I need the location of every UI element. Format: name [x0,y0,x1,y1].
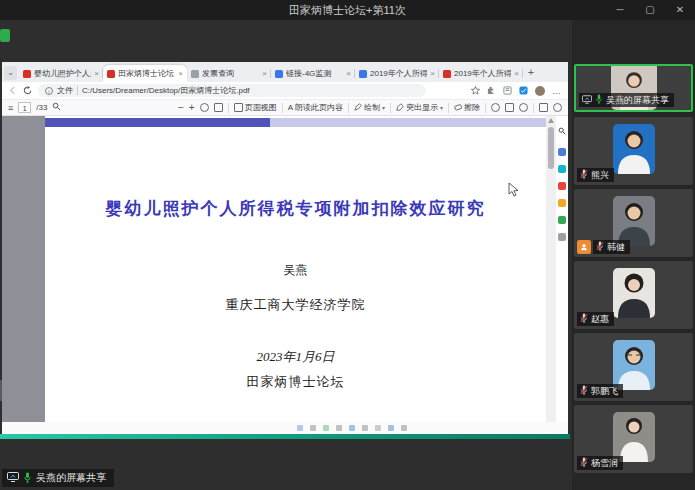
address-path: C:/Users/Dreamer/Desktop/田家炳博士论坛.pdf [82,85,250,96]
highlight-button[interactable]: 突出显示 ▾ [396,102,443,113]
tab-label: 田家炳博士论坛.pdf [118,68,175,79]
refresh-icon[interactable] [23,86,32,95]
screen-share-icon [582,95,592,106]
extensions-puzzle-icon[interactable] [487,86,496,95]
meeting-window: 田家炳博士论坛+第11次 ─ ▢ ✕ ≡ ⌄ 婴幼儿照护个人所得税专… × 田家… [0,0,695,490]
tab-search-button[interactable]: ⌄ [4,66,17,80]
tab-4[interactable]: 链接-4G监测 × [271,65,355,82]
page-number-input[interactable]: 1 [18,102,31,113]
print-icon[interactable] [505,103,514,112]
taskbar-app-icon[interactable] [323,425,329,431]
tab-close-icon[interactable]: × [262,69,267,78]
web-favicon [359,70,367,78]
taskbar-app-icon[interactable] [362,425,368,431]
window-titlebar: 田家炳博士论坛+第11次 ─ ▢ ✕ [0,0,695,20]
rotate-icon[interactable] [200,103,209,112]
save-icon[interactable] [491,103,500,112]
profile-avatar[interactable] [535,86,545,96]
tab-close-icon[interactable]: × [178,69,183,78]
participant-tile-sharing[interactable]: 吴燕的屏幕共享 [574,64,693,112]
web-favicon [275,70,283,78]
toolbar-divider [448,103,449,113]
tool-label: 页面视图 [245,102,277,113]
pdf-toolbar: ≡ 1 /33 − + 页面视图 A 朗读此页内容 [2,100,568,116]
tab-3[interactable]: 发票查询 × [187,65,271,82]
tab-1[interactable]: 婴幼儿照护个人所得税专… × [19,65,103,82]
tab-5[interactable]: 2019年个人所得税改革对… × [355,65,439,82]
fit-page-icon[interactable] [214,103,223,112]
zoom-out-button[interactable]: − [178,102,184,113]
slide-author: 吴燕 [45,262,546,279]
taskbar-app-icon[interactable] [388,425,394,431]
slide-header-light-segment [270,118,546,127]
scrollbar-thumb[interactable] [548,127,554,169]
new-tab-button[interactable]: + [523,64,539,80]
share-status-badge[interactable]: 吴燕的屏幕共享 [2,469,114,487]
read-aloud-button[interactable]: A 朗读此页内容 [288,102,343,113]
settings-gear-icon[interactable] [553,103,562,112]
participant-tile[interactable]: 熊兴 [574,117,693,185]
taskbar-app-icon[interactable] [401,425,407,431]
slide-event: 田家炳博士论坛 [45,373,546,391]
tab-close-icon[interactable]: × [94,69,99,78]
erase-button[interactable]: 擦除 [454,102,480,113]
participant-tile[interactable]: 郭鹏飞 [574,333,693,401]
participant-tile[interactable]: 韩健 [574,189,693,257]
sidebar-tools-icon[interactable] [558,199,566,207]
taskbar-app-icon[interactable] [297,425,303,431]
tab-label: 婴幼儿照护个人所得税专… [34,68,91,79]
zoom-in-button[interactable]: + [189,102,195,113]
page-view-button[interactable]: 页面视图 [234,102,277,113]
back-icon[interactable] [8,86,17,95]
page-info-icon[interactable]: i [45,87,53,95]
avatar [613,412,655,462]
toolbar-divider [390,103,391,113]
avatar [613,268,655,318]
browser-essentials-icon[interactable] [519,86,528,95]
participant-label: 吴燕的屏幕共享 [579,93,674,107]
tab-close-icon[interactable]: × [430,69,435,78]
participant-label: 赵惠 [577,312,614,326]
close-button[interactable]: ✕ [665,0,695,20]
eraser-icon [454,103,462,113]
sidebar-search-app-icon[interactable] [558,165,566,173]
sidebar-copilot-icon[interactable] [558,148,566,156]
pdf-scrollbar[interactable] [546,116,556,422]
toc-menu-icon[interactable]: ≡ [8,103,13,113]
tab-label: 发票查询 [202,68,259,79]
shared-screen: ⌄ 婴幼儿照护个人所得税专… × 田家炳博士论坛.pdf × 发票查询 × 链接… [2,62,568,434]
page-view-icon [234,103,243,112]
fullscreen-icon[interactable] [539,103,548,112]
tab-2-active[interactable]: 田家炳博士论坛.pdf × [103,65,187,82]
sidebar-search-icon[interactable] [558,121,566,139]
address-field[interactable]: i 文件 C:/Users/Dreamer/Desktop/田家炳博士论坛.pd… [38,84,426,97]
taskbar-app-icon[interactable] [336,425,342,431]
favorite-star-icon[interactable] [471,86,480,95]
collections-icon[interactable] [503,86,512,95]
scroll-up-arrow-icon[interactable] [548,118,554,123]
sidebar-more-icon[interactable] [558,233,566,241]
maximize-button[interactable]: ▢ [635,0,665,20]
tool-label: 绘制 [364,102,380,113]
participant-tile[interactable]: 赵惠 [574,261,693,329]
participant-tile[interactable]: 杨雪润 [574,405,693,473]
tab-close-icon[interactable]: × [346,69,351,78]
minimize-button[interactable]: ─ [605,0,635,20]
find-in-doc-icon[interactable] [52,102,61,113]
taskbar-app-icon[interactable] [310,425,316,431]
sidebar-games-icon[interactable] [558,216,566,224]
share-icon[interactable] [519,103,528,112]
mic-muted-icon [580,385,588,397]
participant-name: 赵惠 [591,313,609,326]
browser-addressbar: i 文件 C:/Users/Dreamer/Desktop/田家炳博士论坛.pd… [2,82,568,100]
taskbar-app-icon[interactable] [375,425,381,431]
chevron-down-icon: ▾ [382,104,385,111]
sidebar-shopping-icon[interactable] [558,182,566,190]
draw-button[interactable]: 绘制 ▾ [354,102,385,113]
browser-menu-icon[interactable]: … [552,86,562,96]
taskbar-app-icon[interactable] [349,425,355,431]
tab-close-icon[interactable]: × [514,69,519,78]
tab-6[interactable]: 2019年个人所得税改革… × [439,65,523,82]
pdf-favicon [23,70,31,78]
shared-desktop-taskbar [2,422,568,434]
